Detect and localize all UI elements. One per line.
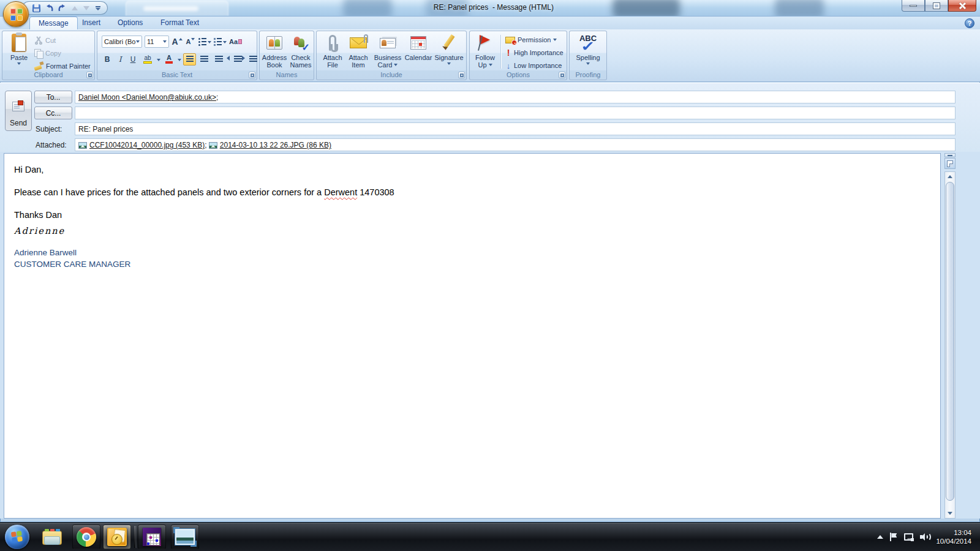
body-request-post: 1470308 xyxy=(357,187,394,197)
align-left-icon xyxy=(186,56,194,63)
increase-indent-button[interactable] xyxy=(246,53,260,66)
highlight-button[interactable]: ab xyxy=(140,53,155,66)
highlight-color-bar xyxy=(143,61,152,64)
shrink-font-button[interactable]: A xyxy=(185,36,196,48)
split-handle[interactable] xyxy=(944,153,956,157)
to-button[interactable]: To... xyxy=(34,91,72,103)
taskbar-app-button[interactable] xyxy=(138,525,166,549)
office-button[interactable] xyxy=(3,1,29,27)
permission-icon xyxy=(505,37,515,43)
low-importance-button[interactable]: ↓Low Importance xyxy=(505,59,564,72)
decrease-indent-icon xyxy=(234,56,242,63)
ruler-icon xyxy=(947,160,953,167)
bold-button[interactable]: B xyxy=(102,53,113,66)
taskbar-clock[interactable]: 13:04 10/04/2014 xyxy=(936,528,971,545)
network-icon[interactable] xyxy=(904,533,914,541)
address-book-button[interactable]: Address Book xyxy=(261,33,288,69)
spelling-button[interactable]: ABC✓ Spelling xyxy=(574,33,602,65)
restore-button[interactable] xyxy=(925,0,948,12)
check-names-button[interactable]: ✓ Check Names xyxy=(288,33,314,69)
numbering-icon xyxy=(214,38,222,46)
ruler-toggle-button[interactable] xyxy=(944,158,956,169)
paste-button[interactable]: Paste xyxy=(6,33,32,65)
calendar-icon xyxy=(410,36,426,50)
taskbar-chrome-button[interactable] xyxy=(72,525,100,549)
attachment-link[interactable]: 2014-03-10 13 22 26.JPG (86 KB) xyxy=(220,141,331,149)
glass-reflection xyxy=(343,0,392,17)
cc-field[interactable] xyxy=(75,107,956,119)
chevron-down-icon xyxy=(96,8,100,10)
numbering-button[interactable] xyxy=(214,36,227,48)
group-names: Address Book ✓ Check Names Names xyxy=(259,31,314,80)
address-book-label: Address xyxy=(262,54,287,61)
cut-button[interactable]: Cut xyxy=(34,34,91,47)
message-body[interactable]: Hi Dan, Please can I have prices for the… xyxy=(4,153,941,519)
permission-button[interactable]: Permission xyxy=(505,34,564,46)
tab-message[interactable]: Message xyxy=(29,17,78,29)
previous-item-button[interactable] xyxy=(70,4,79,13)
to-recipient[interactable]: Daniel Moon <Daniel.Moon@abiuk.co.uk> xyxy=(78,93,216,102)
explorer-icon xyxy=(42,529,62,545)
business-card-label: Business xyxy=(374,54,402,61)
tab-insert[interactable]: Insert xyxy=(74,17,109,29)
copy-button[interactable]: Copy xyxy=(34,47,91,59)
save-button[interactable] xyxy=(32,4,41,13)
scroll-down-button[interactable] xyxy=(945,509,955,518)
proofing-group-label: Proofing xyxy=(570,70,606,80)
taskbar: 13:04 10/04/2014 xyxy=(0,522,980,551)
scrollbar-thumb[interactable] xyxy=(946,182,954,501)
cc-button[interactable]: Cc... xyxy=(34,107,72,119)
undo-button[interactable] xyxy=(45,4,54,13)
grow-font-button[interactable]: A xyxy=(172,36,183,48)
bullets-button[interactable] xyxy=(198,36,211,48)
font-name-select[interactable]: Calibri (Bo xyxy=(102,36,142,48)
message-window: RE: Panel prices - Message (HTML) xyxy=(0,0,980,522)
align-center-button[interactable] xyxy=(198,53,211,66)
business-card-button[interactable]: Business Card xyxy=(372,33,404,69)
action-center-icon[interactable] xyxy=(889,533,898,541)
vertical-scrollbar[interactable] xyxy=(944,171,956,519)
image-attachment-icon xyxy=(78,142,87,149)
basic-text-group-label: Basic Text xyxy=(97,70,257,80)
follow-up-button[interactable]: Follow Up xyxy=(473,33,497,69)
options-dialog-launcher[interactable] xyxy=(559,72,565,78)
attach-item-button[interactable]: Attach Item xyxy=(346,33,371,69)
help-button[interactable]: ? xyxy=(965,18,974,28)
align-right-button[interactable] xyxy=(213,53,225,66)
taskbar-photo-viewer-button[interactable] xyxy=(171,525,199,549)
clear-formatting-button[interactable]: Aa xyxy=(229,36,242,48)
attachment-link[interactable]: CCF10042014_00000.jpg (453 KB) xyxy=(89,141,205,149)
to-field[interactable]: Daniel Moon <Daniel.Moon@abiuk.co.uk>; xyxy=(75,91,956,103)
attach-file-button[interactable]: Attach File xyxy=(320,33,345,69)
underline-button[interactable]: U xyxy=(127,53,138,66)
calendar-button[interactable]: Calendar xyxy=(404,33,433,61)
title-bar[interactable]: RE: Panel prices - Message (HTML) xyxy=(0,0,980,17)
tab-format-text[interactable]: Format Text xyxy=(152,17,208,29)
redo-button[interactable] xyxy=(58,4,67,13)
send-button[interactable]: Send xyxy=(5,91,32,131)
taskbar-outlook-button[interactable] xyxy=(103,525,131,549)
next-item-button[interactable] xyxy=(82,4,91,13)
italic-button[interactable]: I xyxy=(115,53,126,66)
chevron-down-icon xyxy=(394,64,398,66)
basic-text-dialog-launcher[interactable] xyxy=(249,72,255,78)
close-button[interactable] xyxy=(948,0,976,12)
volume-icon[interactable] xyxy=(920,533,930,541)
align-left-button[interactable] xyxy=(183,53,196,66)
font-color-button[interactable]: A xyxy=(162,53,176,66)
signature-button[interactable]: Signature xyxy=(433,33,465,65)
office-logo-icon xyxy=(10,9,23,21)
scroll-up-button[interactable] xyxy=(945,172,955,181)
font-size-select[interactable]: 11 xyxy=(145,36,169,48)
include-dialog-launcher[interactable] xyxy=(458,72,465,78)
clipboard-dialog-launcher[interactable] xyxy=(86,72,93,78)
show-hidden-icons-button[interactable] xyxy=(877,535,883,539)
high-importance-button[interactable]: !High Importance xyxy=(505,47,564,59)
customize-qat-button[interactable] xyxy=(94,6,101,10)
minimize-button[interactable] xyxy=(902,0,925,12)
tab-options[interactable]: Options xyxy=(109,17,151,29)
subject-field[interactable]: RE: Panel prices xyxy=(75,122,956,135)
taskbar-explorer-button[interactable] xyxy=(38,525,66,549)
attached-field[interactable]: CCF10042014_00000.jpg (453 KB); 2014-03-… xyxy=(75,138,956,151)
start-button[interactable] xyxy=(5,525,29,549)
